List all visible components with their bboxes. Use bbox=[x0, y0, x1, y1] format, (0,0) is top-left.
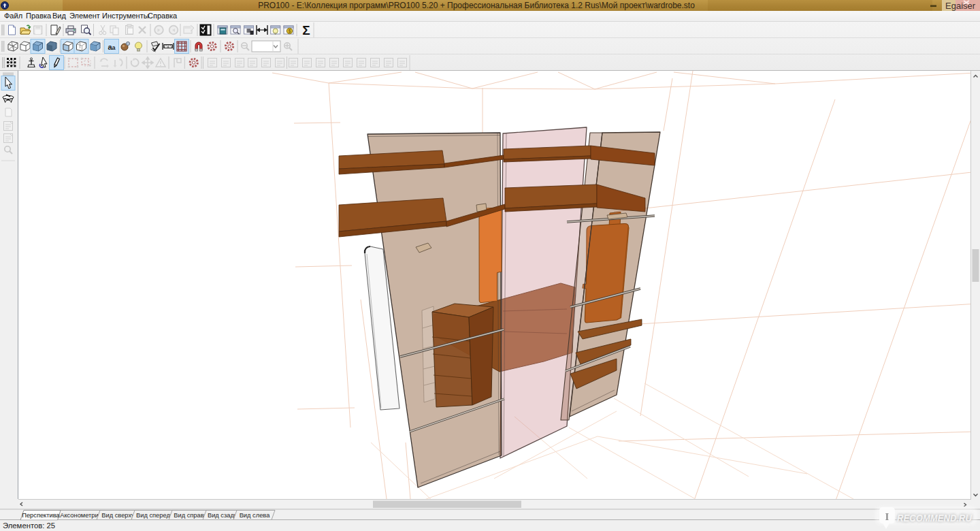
svg-text:PRO100 - E:\Коллекция программ: PRO100 - E:\Коллекция программ\PRO100 5.… bbox=[258, 1, 695, 10]
svg-text:Аксонометрия: Аксонометрия bbox=[60, 512, 102, 519]
svg-text:Вид справа: Вид справа bbox=[174, 512, 208, 519]
svg-text:Справка: Справка bbox=[148, 12, 178, 20]
svg-text:Вид слева: Вид слева bbox=[240, 512, 270, 519]
svg-text:Вид: Вид bbox=[52, 12, 66, 20]
svg-text:Правка: Правка bbox=[26, 12, 52, 20]
svg-text:Вид сверху: Вид сверху bbox=[101, 512, 135, 519]
svg-text:Σ: Σ bbox=[302, 23, 310, 37]
svg-text:Инструменты: Инструменты bbox=[102, 12, 149, 20]
svg-text:Элемент: Элемент bbox=[69, 12, 100, 20]
svg-text:I: I bbox=[885, 511, 889, 522]
svg-text:Egaiser: Egaiser bbox=[945, 1, 976, 11]
svg-text:RECOMMEND.RU: RECOMMEND.RU bbox=[897, 513, 973, 524]
svg-text:Перспектива: Перспектива bbox=[22, 512, 60, 519]
svg-text:Вид сзади: Вид сзади bbox=[208, 512, 238, 519]
svg-text:aa: aa bbox=[108, 43, 116, 51]
svg-text:Вид спереди: Вид спереди bbox=[136, 512, 174, 519]
svg-text:Файл: Файл bbox=[4, 12, 22, 20]
svg-text:$: $ bbox=[289, 29, 291, 33]
svg-text:Элементов: 25: Элементов: 25 bbox=[3, 521, 55, 530]
